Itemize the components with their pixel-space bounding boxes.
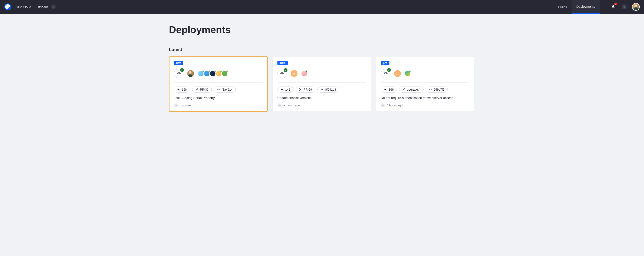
deployment-title: Do not require authentication for webser… xyxy=(381,96,469,100)
service-icons xyxy=(405,71,410,76)
env-badge: dev xyxy=(174,61,183,65)
svg-point-0 xyxy=(218,89,219,90)
author-avatar: A xyxy=(291,70,298,77)
commit-chip[interactable]: 659d7f5 xyxy=(426,86,448,92)
deploy-status-icon: ✓ xyxy=(174,69,184,78)
svg-point-2 xyxy=(430,89,431,90)
build-number: 142 xyxy=(285,88,290,91)
branch-name: PR-30 xyxy=(200,88,208,91)
svg-point-1 xyxy=(322,89,322,90)
commit-chip[interactable]: f8a4614 xyxy=(214,86,236,92)
commit-hash: 8f091d3 xyxy=(325,88,336,91)
service-icons xyxy=(198,71,228,76)
commit-hash: f8a4614 xyxy=(222,88,233,91)
deployment-title: Test - Adding Portal Property xyxy=(174,96,262,100)
clock-icon xyxy=(381,104,385,107)
build-chip[interactable]: 166 xyxy=(381,86,397,92)
status-row: ✓ A xyxy=(278,69,366,83)
help-icon: ? xyxy=(622,4,627,10)
branch-icon xyxy=(402,88,405,91)
breadcrumb-project[interactable]: lfrlearn xyxy=(38,5,48,9)
deploy-status-icon: ✓ xyxy=(381,69,390,78)
status-row: ✓ xyxy=(174,69,262,83)
content: Deployments Latest dev ✓ xyxy=(164,14,480,122)
author-avatar: A xyxy=(394,70,401,77)
time-text: just now xyxy=(180,104,191,107)
user-avatar[interactable] xyxy=(632,3,640,11)
nav-deployments[interactable]: Deployments xyxy=(572,0,600,14)
chips-row: 166 upgrade... 659d7f5 xyxy=(381,86,469,92)
service-icon xyxy=(216,71,222,76)
page-title: Deployments xyxy=(169,24,475,36)
commit-icon xyxy=(320,88,324,91)
topbar: DXP Cloud › lfrlearn Builds Deployments … xyxy=(0,0,644,14)
section-title: Latest xyxy=(169,47,475,52)
cards-row: dev ✓ 168 xyxy=(169,57,475,111)
service-icon xyxy=(204,71,210,76)
branch-name: PR-29 xyxy=(304,88,312,91)
notification-badge: 3 xyxy=(614,2,618,5)
build-number: 166 xyxy=(389,88,394,91)
clock-icon xyxy=(174,104,178,107)
deployment-title: Update service versions xyxy=(278,96,366,100)
time-text: 6 hours ago xyxy=(387,104,403,107)
project-dropdown[interactable] xyxy=(51,4,56,9)
nav-builds[interactable]: Builds xyxy=(554,0,572,14)
timestamp: 6 hours ago xyxy=(381,104,469,107)
commit-icon xyxy=(217,88,220,91)
timestamp: a month ago xyxy=(278,104,366,107)
branch-chip[interactable]: upgrade... xyxy=(399,86,424,92)
time-text: a month ago xyxy=(284,104,300,107)
check-icon: ✓ xyxy=(180,68,184,72)
check-icon: ✓ xyxy=(284,68,288,72)
branch-name: upgrade... xyxy=(407,88,420,91)
deploy-status-icon: ✓ xyxy=(278,69,287,78)
branch-icon xyxy=(299,88,302,91)
service-icons xyxy=(301,71,307,76)
branch-icon xyxy=(195,88,198,91)
timestamp: just now xyxy=(174,104,262,107)
build-icon xyxy=(281,88,284,91)
deployment-card-prd[interactable]: prd ✓ A 166 upgrade... xyxy=(376,57,474,111)
topbar-right: Builds Deployments 3 ? xyxy=(554,0,640,14)
chips-row: 142 PR-29 8f091d3 xyxy=(278,86,366,92)
breadcrumb: DXP Cloud › lfrlearn xyxy=(16,4,56,9)
chips-row: 168 PR-30 f8a4614 xyxy=(174,86,262,92)
author-avatar xyxy=(187,70,194,77)
branch-chip[interactable]: PR-29 xyxy=(296,86,315,92)
chevron-right-icon: › xyxy=(34,5,35,9)
commit-icon xyxy=(429,88,432,91)
build-icon xyxy=(177,88,180,91)
service-icon xyxy=(222,71,228,76)
build-number: 168 xyxy=(182,88,187,91)
commit-chip[interactable]: 8f091d3 xyxy=(318,86,340,92)
help-button[interactable]: ? xyxy=(621,4,628,10)
check-icon: ✓ xyxy=(387,68,391,72)
build-chip[interactable]: 142 xyxy=(278,86,294,92)
deployment-card-dev[interactable]: dev ✓ 168 xyxy=(169,57,268,111)
notifications-button[interactable]: 3 xyxy=(610,4,617,10)
service-icon xyxy=(405,71,410,76)
commit-hash: 659d7f5 xyxy=(434,88,444,91)
branch-chip[interactable]: PR-30 xyxy=(192,86,212,92)
deployment-card-infra[interactable]: infra ✓ A 142 PR-29 xyxy=(272,57,371,111)
divider xyxy=(604,4,604,10)
service-icon xyxy=(210,71,216,76)
breadcrumb-product[interactable]: DXP Cloud xyxy=(16,5,31,9)
env-badge: prd xyxy=(381,61,390,65)
status-row: ✓ A xyxy=(381,69,469,83)
build-chip[interactable]: 168 xyxy=(174,86,190,92)
service-icon xyxy=(301,71,307,76)
logo-icon[interactable] xyxy=(4,4,11,10)
build-icon xyxy=(384,88,387,91)
env-badge: infra xyxy=(278,61,288,65)
clock-icon xyxy=(278,104,281,107)
service-icon xyxy=(198,71,204,76)
